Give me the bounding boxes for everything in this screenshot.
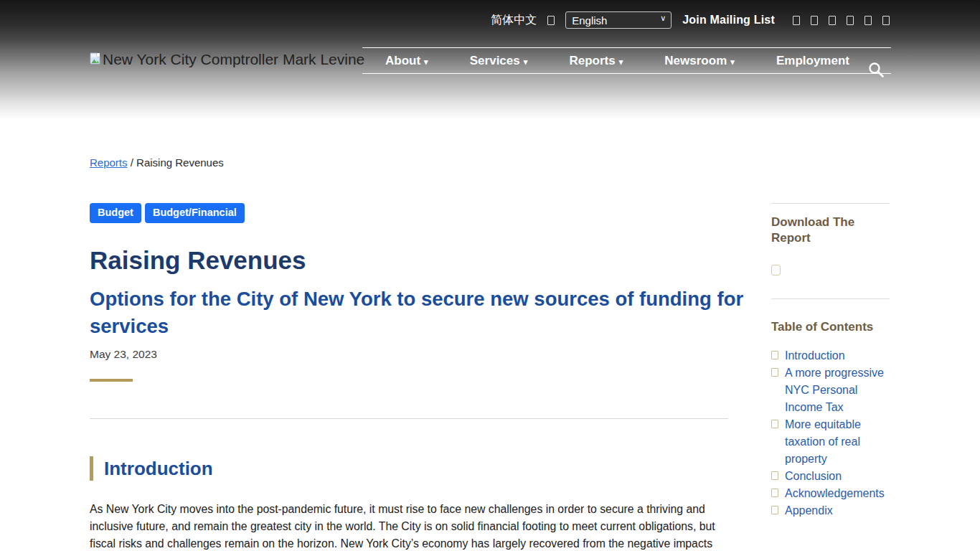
caret-down-icon: ▾ <box>424 56 428 66</box>
social-icon-placeholder[interactable] <box>829 16 836 25</box>
nav-item-about[interactable]: About ▾ <box>385 54 428 68</box>
social-icon-placeholder[interactable] <box>882 16 890 25</box>
gold-accent-line <box>90 379 133 382</box>
breadcrumb-separator: / <box>128 156 137 169</box>
page-subtitle: Options for the City of New York to secu… <box>90 286 744 340</box>
toc-item: Acknowledgements <box>771 485 890 502</box>
toc-link-equitable-taxation[interactable]: More equitable taxation of real property <box>785 416 890 468</box>
section-title-introduction: Introduction <box>104 458 213 480</box>
nav-item-newsroom[interactable]: Newsroom ▾ <box>664 54 734 68</box>
category-tags: Budget Budget/Financial <box>90 203 245 223</box>
gold-accent-bar <box>90 456 93 481</box>
toc-bullet-icon <box>771 420 778 428</box>
toc-item: More equitable taxation of real property <box>771 416 890 468</box>
social-icons-row <box>793 16 890 25</box>
nav-label: About <box>385 54 420 68</box>
toc-link-introduction[interactable]: Introduction <box>785 347 845 364</box>
main-nav: About ▾ Services ▾ Reports ▾ Newsroom ▾ … <box>362 47 891 74</box>
nav-label: Services <box>470 54 520 68</box>
intro-paragraph: As New York City moves into the post-pan… <box>90 501 733 551</box>
content-divider <box>90 418 728 419</box>
download-report-icon-placeholder[interactable] <box>771 265 781 276</box>
breadcrumb-reports-link[interactable]: Reports <box>90 156 128 169</box>
table-of-contents-list: Introduction A more progressive NYC Pers… <box>771 347 890 519</box>
publish-date: May 23, 2023 <box>90 348 157 361</box>
table-of-contents-heading: Table of Contents <box>771 319 890 335</box>
language-link-chinese[interactable]: 简体中文 <box>491 13 537 28</box>
breadcrumb: Reports / Raising Revenues <box>90 156 224 169</box>
caret-down-icon: ▾ <box>730 56 735 66</box>
toc-item: Conclusion <box>771 468 890 485</box>
sidebar-divider <box>771 298 890 299</box>
sidebar-divider <box>771 203 890 204</box>
missing-glyph-icon <box>547 16 555 25</box>
social-icon-placeholder[interactable] <box>793 16 800 25</box>
nav-label: Employment <box>776 54 849 68</box>
caret-down-icon: ▾ <box>524 56 528 66</box>
nav-label: Newsroom <box>664 54 727 68</box>
tag-budget-financial[interactable]: Budget/Financial <box>145 203 245 223</box>
toc-bullet-icon <box>771 506 778 514</box>
page-title: Raising Revenues <box>90 245 306 276</box>
sidebar: Download The Report Table of Contents In… <box>771 203 890 519</box>
search-icon[interactable] <box>867 61 885 78</box>
toc-link-appendix[interactable]: Appendix <box>785 502 833 519</box>
toc-link-conclusion[interactable]: Conclusion <box>785 468 842 485</box>
social-icon-placeholder[interactable] <box>847 16 854 25</box>
toc-bullet-icon <box>771 489 778 497</box>
logo-alt-text: New York City Comptroller Mark Levine <box>103 51 364 68</box>
toc-link-progressive-income-tax[interactable]: A more progressive NYC Personal Income T… <box>785 364 890 416</box>
social-icon-placeholder[interactable] <box>864 16 872 25</box>
language-select-wrap: English ∨ <box>565 11 672 29</box>
toc-bullet-icon <box>771 471 778 480</box>
section-heading-row: Introduction <box>90 456 213 481</box>
toc-bullet-icon <box>771 368 778 377</box>
site-logo[interactable]: New York City Comptroller Mark Levine <box>90 51 364 68</box>
language-select[interactable]: English <box>565 11 672 29</box>
toc-link-acknowledgements[interactable]: Acknowledgements <box>785 485 885 502</box>
breadcrumb-current: Raising Revenues <box>136 156 224 169</box>
toc-item: Introduction <box>771 347 890 364</box>
top-utility-bar: 简体中文 English ∨ Join Mailing List <box>491 11 890 29</box>
nav-item-employment[interactable]: Employment <box>776 54 849 68</box>
nav-item-reports[interactable]: Reports ▾ <box>569 54 623 68</box>
nav-label: Reports <box>569 54 615 68</box>
download-report-heading: Download The Report <box>771 215 890 246</box>
caret-down-icon: ▾ <box>619 56 623 66</box>
toc-item: Appendix <box>771 502 890 519</box>
join-mailing-list-link[interactable]: Join Mailing List <box>682 14 775 27</box>
tag-budget[interactable]: Budget <box>90 203 141 223</box>
social-icon-placeholder[interactable] <box>811 16 818 25</box>
toc-bullet-icon <box>771 351 778 359</box>
nav-item-services[interactable]: Services ▾ <box>470 54 527 68</box>
broken-image-icon <box>90 52 100 65</box>
toc-item: A more progressive NYC Personal Income T… <box>771 364 890 416</box>
